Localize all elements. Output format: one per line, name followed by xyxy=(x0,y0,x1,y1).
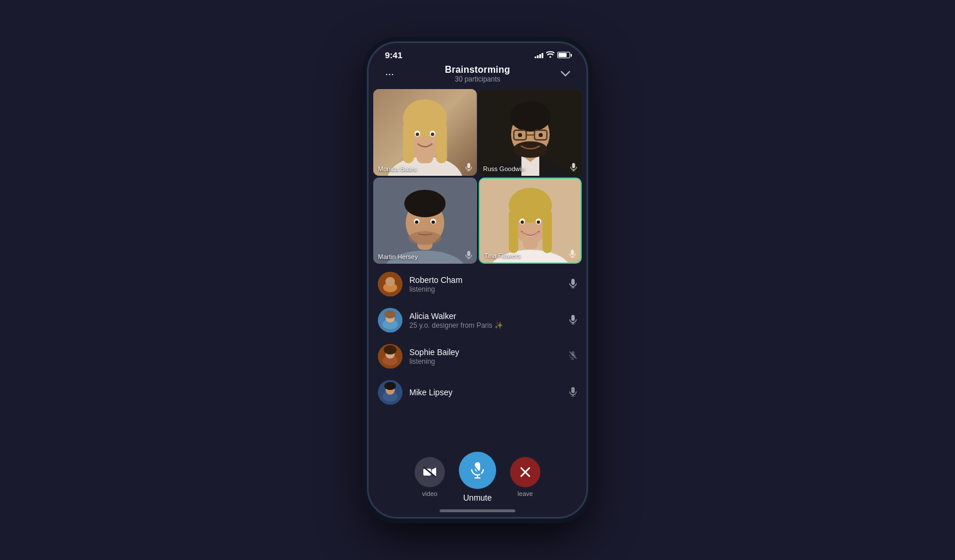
svg-point-20 xyxy=(510,101,551,132)
close-icon xyxy=(519,466,531,478)
video-grid: Monica Bates xyxy=(369,89,586,264)
martin-label: Martin Hersey xyxy=(378,253,418,260)
leave-circle xyxy=(510,457,540,487)
svg-point-38 xyxy=(415,220,419,224)
wifi-icon xyxy=(546,51,554,59)
russ-label: Russ Goodwin xyxy=(483,165,525,172)
leave-button[interactable]: leave xyxy=(510,457,540,497)
tina-avatar-img xyxy=(480,179,581,263)
participant-item-alicia[interactable]: Alicia Walker 25 y.o. designer from Pari… xyxy=(369,302,586,338)
participant-info-mike: Mike Lipsey xyxy=(409,388,569,398)
svg-rect-27 xyxy=(572,163,575,168)
participant-name-roberto: Roberto Cham xyxy=(409,275,569,285)
svg-point-34 xyxy=(404,190,445,217)
svg-point-26 xyxy=(538,133,542,137)
participant-mic-roberto xyxy=(569,279,577,290)
menu-button[interactable]: ··· xyxy=(380,65,399,83)
status-icons xyxy=(535,51,570,59)
video-cell-tina[interactable]: Tina Flowers xyxy=(479,178,582,264)
mic-muted-icon xyxy=(470,462,485,479)
svg-point-11 xyxy=(431,133,434,136)
bottom-controls: video Unmute xyxy=(369,445,586,507)
svg-rect-83 xyxy=(571,387,575,393)
participant-info-sophie: Sophie Bailey listening xyxy=(409,348,569,366)
video-circle xyxy=(415,457,445,487)
svg-point-25 xyxy=(518,133,522,137)
status-time: 9:41 xyxy=(385,50,402,60)
participant-list: Roberto Cham listening xyxy=(369,264,586,445)
participant-status-sophie: listening xyxy=(409,357,569,366)
call-header: ··· Brainstorming 30 participants xyxy=(369,62,586,89)
participant-info-roberto: Roberto Cham listening xyxy=(409,275,569,293)
svg-rect-49 xyxy=(542,209,551,253)
participant-item-sophie[interactable]: Sophie Bailey listening xyxy=(369,338,586,374)
participant-status-roberto: listening xyxy=(409,285,569,293)
monica-label: Monica Bates xyxy=(378,165,417,172)
video-cell-monica[interactable]: Monica Bates xyxy=(373,89,477,176)
participant-item-mike[interactable]: Mike Lipsey xyxy=(369,374,586,410)
avatar-roberto xyxy=(378,272,402,296)
monica-mic-icon xyxy=(465,163,472,172)
svg-rect-68 xyxy=(571,315,575,321)
svg-point-60 xyxy=(385,277,395,286)
chevron-down-button[interactable] xyxy=(556,65,575,83)
mute-circle xyxy=(459,452,496,489)
participant-name-alicia: Alicia Walker xyxy=(409,311,569,321)
tina-label: Tina Flowers xyxy=(484,252,521,259)
participant-mic-sophie xyxy=(569,351,577,362)
participant-info-alicia: Alicia Walker 25 y.o. designer from Pari… xyxy=(409,311,569,329)
avatar-alicia xyxy=(378,308,402,332)
phone-screen: 9:41 ··· xyxy=(369,43,586,517)
participant-item-roberto[interactable]: Roberto Cham listening xyxy=(369,266,586,302)
svg-rect-40 xyxy=(467,251,470,256)
svg-point-53 xyxy=(536,220,540,224)
monica-avatar-img xyxy=(373,89,477,176)
tina-mic-icon xyxy=(569,250,576,259)
video-button[interactable]: video xyxy=(415,457,445,497)
svg-point-82 xyxy=(384,382,396,390)
battery-icon xyxy=(557,52,570,58)
header-title-block: Brainstorming 30 participants xyxy=(445,65,510,83)
phone-frame: 9:41 ··· xyxy=(367,41,588,519)
controls-row: video Unmute xyxy=(415,452,540,502)
avatar-sophie xyxy=(378,344,402,368)
svg-rect-6 xyxy=(403,122,414,164)
svg-rect-7 xyxy=(436,122,447,164)
russ-avatar-img xyxy=(479,89,582,176)
video-label: video xyxy=(422,490,437,497)
call-title: Brainstorming xyxy=(445,65,510,75)
leave-label: leave xyxy=(518,490,533,497)
svg-point-52 xyxy=(520,220,524,224)
participant-mic-alicia xyxy=(569,315,577,326)
participant-name-mike: Mike Lipsey xyxy=(409,388,569,397)
russ-mic-icon xyxy=(570,163,577,172)
camera-off-icon xyxy=(423,467,436,477)
status-bar: 9:41 xyxy=(369,43,586,62)
svg-point-74 xyxy=(384,345,397,355)
unmute-label: Unmute xyxy=(463,493,491,502)
video-cell-russ[interactable]: Russ Goodwin xyxy=(479,89,582,176)
video-cell-martin[interactable]: Martin Hersey xyxy=(373,178,477,264)
svg-point-67 xyxy=(384,310,396,318)
svg-rect-48 xyxy=(508,209,518,253)
participant-mic-mike xyxy=(569,387,577,398)
participant-status-alicia: 25 y.o. designer from Paris ✨ xyxy=(409,321,569,329)
martin-avatar-img xyxy=(373,178,477,264)
avatar-mike xyxy=(378,380,402,405)
unmute-button[interactable]: Unmute xyxy=(459,452,496,502)
home-indicator[interactable] xyxy=(440,509,515,512)
participant-count: 30 participants xyxy=(445,75,510,83)
svg-point-10 xyxy=(416,133,419,136)
svg-rect-61 xyxy=(571,279,575,285)
martin-mic-icon xyxy=(465,251,472,260)
svg-rect-12 xyxy=(467,163,470,168)
participant-name-sophie: Sophie Bailey xyxy=(409,348,569,357)
signal-icon xyxy=(535,52,543,58)
svg-rect-54 xyxy=(571,250,574,255)
svg-point-35 xyxy=(408,231,441,245)
svg-point-39 xyxy=(431,220,435,224)
